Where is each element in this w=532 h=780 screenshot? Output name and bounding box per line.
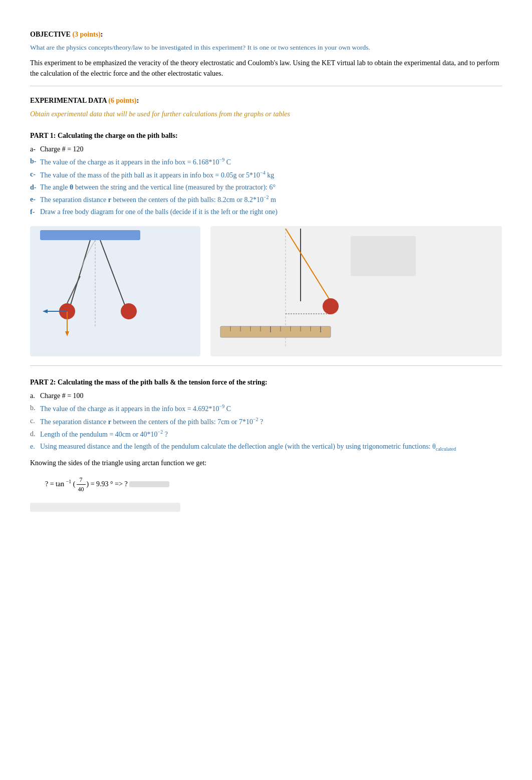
part1-item-c: The value of the mass of the pith ball a… [40,171,274,179]
part1-item-e: The separation distance r between the ce… [40,196,276,204]
list-label-d2: d. [30,429,36,439]
list-item: a. Charge # = 100 [30,391,502,401]
experimental-data-section: EXPERIMENTAL DATA (6 points): Obtain exp… [30,95,502,119]
objective-section: OBJECTIVE (3 points): What are the physi… [30,29,502,79]
exp-data-instruction: Obtain experimental data that will be us… [30,109,502,119]
part1-item-f: Draw a free body diagram for one of the … [40,208,278,216]
blurred-bottom-bar [30,503,180,512]
list-label-e: e- [30,194,36,205]
part2-item-a: Charge # = 100 [40,392,84,400]
formula-result: ) = 9.93 ° => ? [87,480,130,488]
list-label-a2: a. [30,391,35,401]
svg-line-0 [70,240,90,306]
svg-marker-8 [43,309,48,313]
list-item: c- The value of the mass of the pith bal… [30,169,502,180]
part2-item-c: The separation distance r between the ce… [40,418,263,426]
list-item: c. The separation distance r between the… [30,416,502,427]
part2-item-e: Using measured distance and the length o… [40,443,456,450]
formula-text: ? = tan −1 ( [45,480,76,488]
part1-section: PART 1: Calculating the charge on the pi… [30,130,502,356]
exp-data-points: (6 points) [107,97,137,104]
diagram-area [30,226,502,356]
list-label-b2: b. [30,403,36,413]
list-label-a: a- [30,144,36,154]
part2-item-b: The value of the charge as it appears in… [40,405,231,413]
list-label-c2: c. [30,416,35,426]
part1-item-a: Charge # = 120 [40,145,84,153]
svg-rect-14 [220,326,331,337]
blurred-answer [129,481,169,487]
part1-item-b: The value of the charge as it appears in… [40,158,231,166]
knowing-text-span: Knowing the sides of the triangle using … [30,459,206,467]
list-label-e2: e. [30,441,35,452]
part2-list: a. Charge # = 100 b. The value of the ch… [30,391,502,453]
part1-title: PART 1: Calculating the charge on the pi… [30,130,502,141]
divider-1 [30,86,502,86]
divider-2 [30,365,502,366]
svg-point-13 [323,298,339,314]
list-label-b: b- [30,156,36,166]
list-item: b- The value of the charge as it appears… [30,156,502,167]
formula-line: ? = tan −1 (740) = 9.93 ° => ? [45,475,502,494]
list-label-d: d- [30,182,36,192]
part1-item-d: The angle θ between the string and the v… [40,183,276,191]
part2-section: PART 2: Calculating the mass of the pith… [30,377,502,512]
knowing-text: Knowing the sides of the triangle using … [30,458,502,468]
svg-marker-6 [65,331,69,336]
list-item: a- Charge # = 120 [30,144,502,154]
formula-block: ? = tan −1 (740) = 9.93 ° => ? [45,475,502,494]
list-item: e. Using measured distance and the lengt… [30,441,502,453]
list-item: e- The separation distance r between the… [30,194,502,206]
fraction: 740 [77,475,86,494]
svg-line-1 [100,240,125,306]
list-item: b. The value of the charge as it appears… [30,403,502,414]
list-item: d- The angle θ between the string and th… [30,182,502,192]
diagram-right [210,226,502,356]
objective-title: OBJECTIVE (3 points): [30,29,502,40]
objective-label: OBJECTIVE [30,31,71,38]
svg-point-4 [121,303,137,319]
part2-title: PART 2: Calculating the mass of the pith… [30,377,502,387]
list-item: d. Length of the pendulum = 40cm or 40*1… [30,429,502,440]
experimental-data-title: EXPERIMENTAL DATA (6 points): [30,95,502,106]
part2-item-d: Length of the pendulum = 40cm or 40*10−2… [40,431,168,438]
svg-line-12 [286,229,331,301]
diagram-svg-left [30,226,200,356]
svg-rect-26 [351,236,416,276]
list-label-c: c- [30,169,36,179]
objective-body: This experiment to be emphasized the ver… [30,58,502,79]
exp-data-label: EXPERIMENTAL DATA [30,97,107,104]
list-item: f- Draw a free body diagram for one of t… [30,207,502,217]
part1-list: a- Charge # = 120 b- The value of the ch… [30,144,502,217]
objective-points: (3 points) [71,31,101,38]
list-label-f: f- [30,207,35,217]
diagram-left [30,226,200,356]
objective-instruction: What are the physics concepts/theory/law… [30,43,502,53]
diagram-svg-right [210,226,502,356]
svg-line-9 [67,276,80,303]
